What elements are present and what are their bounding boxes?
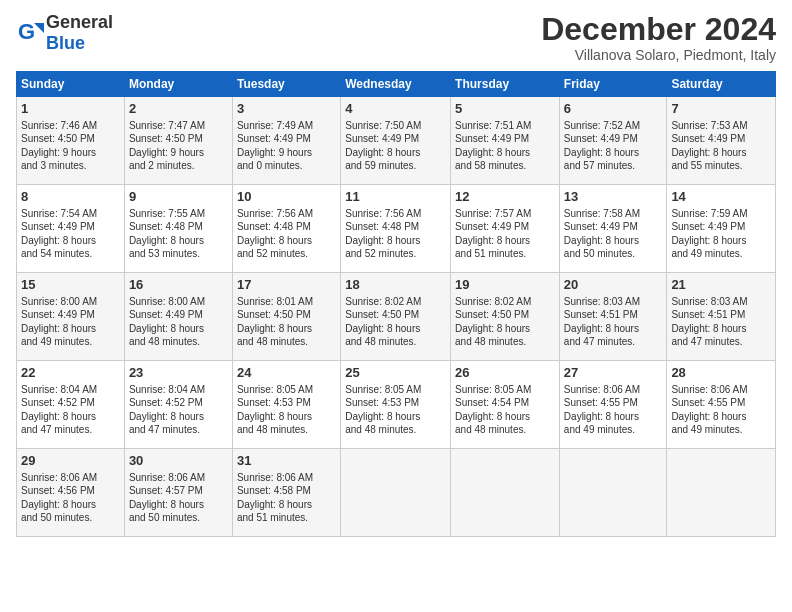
header-row: Sunday Monday Tuesday Wednesday Thursday… bbox=[17, 72, 776, 97]
logo-blue: Blue bbox=[46, 33, 85, 53]
day-number: 23 bbox=[129, 364, 228, 382]
sunrise-label: Sunrise: 7:51 AM bbox=[455, 120, 531, 131]
day-number: 19 bbox=[455, 276, 555, 294]
col-tuesday: Tuesday bbox=[232, 72, 340, 97]
sunset-label: Sunset: 4:51 PM bbox=[564, 309, 638, 320]
calendar-cell: 5Sunrise: 7:51 AMSunset: 4:49 PMDaylight… bbox=[451, 97, 560, 185]
sunrise-label: Sunrise: 7:50 AM bbox=[345, 120, 421, 131]
sunrise-label: Sunrise: 7:58 AM bbox=[564, 208, 640, 219]
day-number: 9 bbox=[129, 188, 228, 206]
day-number: 24 bbox=[237, 364, 336, 382]
calendar-cell: 11Sunrise: 7:56 AMSunset: 4:48 PMDayligh… bbox=[341, 185, 451, 273]
calendar-cell: 24Sunrise: 8:05 AMSunset: 4:53 PMDayligh… bbox=[232, 361, 340, 449]
calendar-cell: 4Sunrise: 7:50 AMSunset: 4:49 PMDaylight… bbox=[341, 97, 451, 185]
daylight-label: Daylight: 8 hoursand 52 minutes. bbox=[345, 235, 420, 260]
header: G General Blue December 2024 Villanova S… bbox=[16, 12, 776, 63]
sunrise-label: Sunrise: 8:04 AM bbox=[21, 384, 97, 395]
sunset-label: Sunset: 4:49 PM bbox=[564, 133, 638, 144]
daylight-label: Daylight: 9 hoursand 3 minutes. bbox=[21, 147, 96, 172]
daylight-label: Daylight: 8 hoursand 51 minutes. bbox=[455, 235, 530, 260]
calendar-week-3: 15Sunrise: 8:00 AMSunset: 4:49 PMDayligh… bbox=[17, 273, 776, 361]
sunset-label: Sunset: 4:56 PM bbox=[21, 485, 95, 496]
sunrise-label: Sunrise: 7:49 AM bbox=[237, 120, 313, 131]
day-number: 6 bbox=[564, 100, 663, 118]
sunrise-label: Sunrise: 8:06 AM bbox=[21, 472, 97, 483]
sunset-label: Sunset: 4:53 PM bbox=[345, 397, 419, 408]
sunset-label: Sunset: 4:52 PM bbox=[129, 397, 203, 408]
page-container: G General Blue December 2024 Villanova S… bbox=[0, 0, 792, 545]
sunrise-label: Sunrise: 7:57 AM bbox=[455, 208, 531, 219]
sunrise-label: Sunrise: 8:06 AM bbox=[671, 384, 747, 395]
day-number: 12 bbox=[455, 188, 555, 206]
logo-icon: G bbox=[16, 19, 44, 47]
calendar-cell: 10Sunrise: 7:56 AMSunset: 4:48 PMDayligh… bbox=[232, 185, 340, 273]
sunset-label: Sunset: 4:49 PM bbox=[671, 133, 745, 144]
calendar-cell: 6Sunrise: 7:52 AMSunset: 4:49 PMDaylight… bbox=[559, 97, 667, 185]
sunrise-label: Sunrise: 8:02 AM bbox=[345, 296, 421, 307]
sunset-label: Sunset: 4:50 PM bbox=[129, 133, 203, 144]
sunrise-label: Sunrise: 8:05 AM bbox=[237, 384, 313, 395]
day-number: 25 bbox=[345, 364, 446, 382]
sunrise-label: Sunrise: 7:54 AM bbox=[21, 208, 97, 219]
sunrise-label: Sunrise: 7:56 AM bbox=[237, 208, 313, 219]
daylight-label: Daylight: 8 hoursand 48 minutes. bbox=[455, 323, 530, 348]
calendar-cell bbox=[341, 449, 451, 537]
sunset-label: Sunset: 4:49 PM bbox=[455, 221, 529, 232]
sunset-label: Sunset: 4:49 PM bbox=[455, 133, 529, 144]
daylight-label: Daylight: 8 hoursand 55 minutes. bbox=[671, 147, 746, 172]
calendar-cell: 25Sunrise: 8:05 AMSunset: 4:53 PMDayligh… bbox=[341, 361, 451, 449]
svg-text:G: G bbox=[18, 19, 35, 44]
calendar-cell: 8Sunrise: 7:54 AMSunset: 4:49 PMDaylight… bbox=[17, 185, 125, 273]
calendar-cell: 2Sunrise: 7:47 AMSunset: 4:50 PMDaylight… bbox=[124, 97, 232, 185]
calendar-cell: 30Sunrise: 8:06 AMSunset: 4:57 PMDayligh… bbox=[124, 449, 232, 537]
sunrise-label: Sunrise: 7:53 AM bbox=[671, 120, 747, 131]
sunset-label: Sunset: 4:50 PM bbox=[237, 309, 311, 320]
daylight-label: Daylight: 8 hoursand 48 minutes. bbox=[455, 411, 530, 436]
sunrise-label: Sunrise: 8:05 AM bbox=[455, 384, 531, 395]
sunrise-label: Sunrise: 8:06 AM bbox=[564, 384, 640, 395]
col-sunday: Sunday bbox=[17, 72, 125, 97]
daylight-label: Daylight: 9 hoursand 2 minutes. bbox=[129, 147, 204, 172]
title-block: December 2024 Villanova Solaro, Piedmont… bbox=[541, 12, 776, 63]
day-number: 14 bbox=[671, 188, 771, 206]
calendar-cell: 21Sunrise: 8:03 AMSunset: 4:51 PMDayligh… bbox=[667, 273, 776, 361]
sunrise-label: Sunrise: 7:52 AM bbox=[564, 120, 640, 131]
daylight-label: Daylight: 8 hoursand 59 minutes. bbox=[345, 147, 420, 172]
day-number: 21 bbox=[671, 276, 771, 294]
calendar-week-2: 8Sunrise: 7:54 AMSunset: 4:49 PMDaylight… bbox=[17, 185, 776, 273]
sunset-label: Sunset: 4:49 PM bbox=[237, 133, 311, 144]
calendar-cell: 9Sunrise: 7:55 AMSunset: 4:48 PMDaylight… bbox=[124, 185, 232, 273]
sunrise-label: Sunrise: 8:02 AM bbox=[455, 296, 531, 307]
calendar-cell: 28Sunrise: 8:06 AMSunset: 4:55 PMDayligh… bbox=[667, 361, 776, 449]
calendar-week-5: 29Sunrise: 8:06 AMSunset: 4:56 PMDayligh… bbox=[17, 449, 776, 537]
sunrise-label: Sunrise: 8:03 AM bbox=[671, 296, 747, 307]
daylight-label: Daylight: 8 hoursand 49 minutes. bbox=[564, 411, 639, 436]
calendar-week-4: 22Sunrise: 8:04 AMSunset: 4:52 PMDayligh… bbox=[17, 361, 776, 449]
day-number: 22 bbox=[21, 364, 120, 382]
daylight-label: Daylight: 8 hoursand 57 minutes. bbox=[564, 147, 639, 172]
sunrise-label: Sunrise: 7:55 AM bbox=[129, 208, 205, 219]
sunrise-label: Sunrise: 8:06 AM bbox=[129, 472, 205, 483]
day-number: 31 bbox=[237, 452, 336, 470]
daylight-label: Daylight: 8 hoursand 58 minutes. bbox=[455, 147, 530, 172]
day-number: 27 bbox=[564, 364, 663, 382]
day-number: 17 bbox=[237, 276, 336, 294]
sunset-label: Sunset: 4:49 PM bbox=[345, 133, 419, 144]
daylight-label: Daylight: 8 hoursand 47 minutes. bbox=[21, 411, 96, 436]
day-number: 30 bbox=[129, 452, 228, 470]
calendar-cell bbox=[451, 449, 560, 537]
sunrise-label: Sunrise: 8:00 AM bbox=[21, 296, 97, 307]
sunset-label: Sunset: 4:50 PM bbox=[21, 133, 95, 144]
sunset-label: Sunset: 4:50 PM bbox=[345, 309, 419, 320]
calendar-week-1: 1Sunrise: 7:46 AMSunset: 4:50 PMDaylight… bbox=[17, 97, 776, 185]
sunrise-label: Sunrise: 8:05 AM bbox=[345, 384, 421, 395]
sunset-label: Sunset: 4:48 PM bbox=[129, 221, 203, 232]
daylight-label: Daylight: 8 hoursand 49 minutes. bbox=[21, 323, 96, 348]
sunset-label: Sunset: 4:49 PM bbox=[21, 309, 95, 320]
daylight-label: Daylight: 8 hoursand 47 minutes. bbox=[129, 411, 204, 436]
sunset-label: Sunset: 4:48 PM bbox=[237, 221, 311, 232]
calendar-cell: 3Sunrise: 7:49 AMSunset: 4:49 PMDaylight… bbox=[232, 97, 340, 185]
sunset-label: Sunset: 4:55 PM bbox=[671, 397, 745, 408]
day-number: 20 bbox=[564, 276, 663, 294]
logo-text: General Blue bbox=[46, 12, 113, 54]
